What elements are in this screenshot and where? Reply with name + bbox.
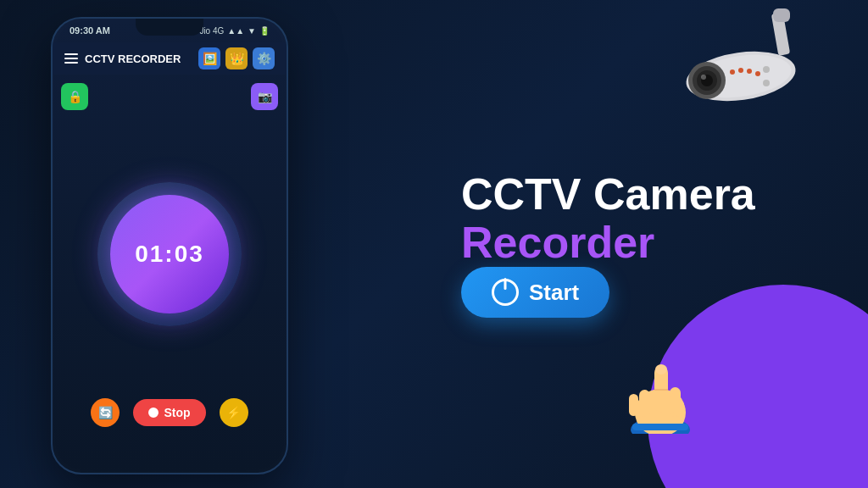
gallery-icon-btn[interactable]: 🖼️ — [198, 47, 220, 69]
svg-point-12 — [738, 68, 743, 73]
svg-rect-21 — [639, 390, 650, 417]
status-right: Jio 4G ▲▲ ▼ 🔋 — [199, 26, 270, 36]
title-purple: Recorder — [461, 218, 654, 267]
svg-point-9 — [763, 66, 770, 73]
svg-point-14 — [755, 71, 760, 76]
timer-outer-ring: 01:03 — [97, 182, 242, 326]
header-icons: 🖼️ 👑 ⚙️ — [198, 47, 275, 69]
refresh-icon: 🔄 — [98, 406, 113, 419]
carrier-text: Jio 4G — [199, 26, 224, 36]
stop-label: Stop — [164, 406, 190, 419]
flash-icon: ⚡ — [226, 406, 241, 419]
top-actions: 🔒 📷 — [61, 83, 278, 110]
phone-notch — [136, 19, 203, 36]
record-dot-icon — [148, 408, 159, 418]
start-button-label: Start — [529, 280, 579, 306]
settings-icon: ⚙️ — [257, 52, 271, 65]
bottom-controls: 🔄 Stop ⚡ — [91, 390, 248, 444]
title-white: CCTV Camera — [461, 169, 755, 219]
gallery-icon: 🖼️ — [203, 52, 217, 65]
stop-button[interactable]: Stop — [133, 399, 205, 426]
phone-body: 09:30 AM Jio 4G ▲▲ ▼ 🔋 CCTV RECORDER 🖼️ … — [51, 17, 288, 474]
crown-icon-btn[interactable]: 👑 — [225, 47, 248, 69]
status-time: 09:30 AM — [70, 25, 110, 36]
phone-mockup: 09:30 AM Jio 4G ▲▲ ▼ 🔋 CCTV RECORDER 🖼️ … — [51, 17, 288, 474]
camera-schedule-button[interactable]: 📷 — [251, 83, 278, 110]
phone-content: 🔒 📷 — [53, 75, 287, 452]
svg-rect-22 — [629, 394, 638, 416]
svg-rect-24 — [632, 424, 688, 430]
lock-button[interactable]: 🔒 — [61, 83, 88, 110]
app-header: CCTV RECORDER 🖼️ 👑 ⚙️ — [53, 42, 287, 75]
svg-point-8 — [701, 75, 706, 80]
power-icon — [492, 279, 519, 306]
app-title: CCTV RECORDER — [85, 53, 192, 65]
timer-inner-circle: 01:03 — [110, 195, 229, 313]
timer-display: 01:03 — [135, 241, 204, 268]
settings-icon-btn[interactable]: ⚙️ — [253, 47, 275, 69]
battery-icon: 🔋 — [259, 26, 270, 36]
main-title-line1: CCTV Camera — [461, 170, 755, 219]
svg-point-10 — [763, 80, 770, 86]
hamburger-icon[interactable] — [64, 53, 78, 64]
hand-cursor — [622, 341, 698, 437]
wifi-icon: ▼ — [248, 26, 256, 36]
svg-rect-1 — [773, 8, 790, 22]
svg-point-13 — [747, 69, 752, 74]
hand-svg — [622, 341, 698, 434]
start-button[interactable]: Start — [461, 267, 609, 318]
main-title-line2: Recorder — [461, 219, 654, 267]
timer-area: 01:03 — [61, 119, 278, 390]
svg-point-19 — [655, 364, 667, 374]
schedule-icon: 📷 — [258, 90, 272, 103]
signal-icon: ▲▲ — [227, 26, 244, 36]
lock-icon: 🔒 — [68, 90, 82, 103]
svg-point-11 — [730, 69, 735, 75]
cctv-camera-svg — [656, 8, 826, 119]
crown-icon: 👑 — [230, 52, 244, 65]
refresh-button[interactable]: 🔄 — [91, 398, 120, 427]
flash-button[interactable]: ⚡ — [220, 398, 248, 427]
cctv-camera-image — [656, 8, 826, 122]
